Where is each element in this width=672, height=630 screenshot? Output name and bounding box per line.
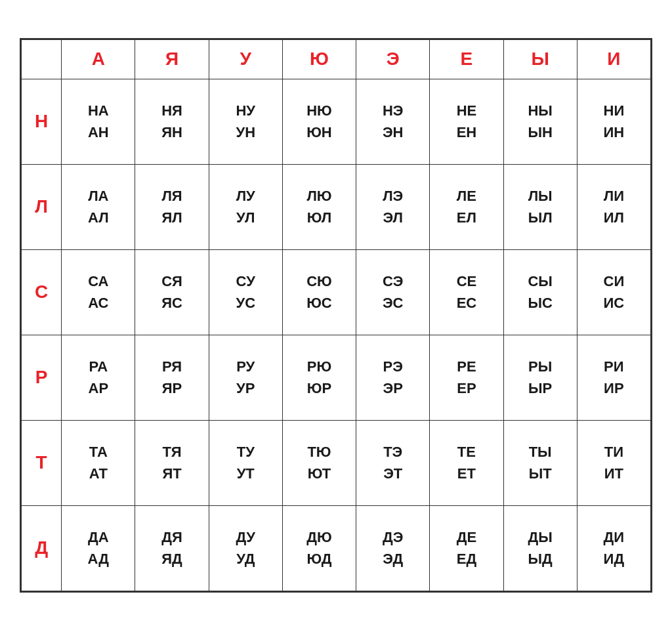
cell-5-7: ДИИД bbox=[577, 505, 650, 591]
cell-5-3: ДЮЮД bbox=[282, 505, 356, 591]
cell-4-5: ТЕЕТ bbox=[430, 420, 503, 505]
cell-0-4: НЭЭН bbox=[356, 79, 430, 164]
cell-4-2: ТУУТ bbox=[209, 420, 282, 505]
cell-5-0: ДААД bbox=[62, 505, 135, 591]
cell-4-3: ТЮЮТ bbox=[282, 420, 356, 505]
cell-3-7: РИИР bbox=[577, 335, 650, 420]
table-row-2: ССААССЯЯССУУССЮЮССЭЭССЕЕССЫЫССИИС bbox=[22, 249, 651, 335]
cell-3-2: РУУР bbox=[209, 335, 282, 420]
header-cell-4: Э bbox=[356, 39, 430, 79]
row-header-3: Р bbox=[22, 335, 62, 420]
header-cell-2: У bbox=[209, 39, 282, 79]
cell-1-3: ЛЮЮЛ bbox=[282, 164, 356, 249]
cell-3-6: РЫЫР bbox=[503, 335, 577, 420]
syllable-table: АЯУЮЭЕЫИ ННААННЯЯННУУННЮЮННЭЭННЕЕННЫЫННИ… bbox=[21, 39, 651, 591]
cell-3-3: РЮЮР bbox=[282, 335, 356, 420]
main-table-container: АЯУЮЭЕЫИ ННААННЯЯННУУННЮЮННЭЭННЕЕННЫЫННИ… bbox=[20, 38, 652, 593]
cell-2-3: СЮЮС bbox=[282, 249, 356, 335]
cell-1-4: ЛЭЭЛ bbox=[356, 164, 430, 249]
corner-cell bbox=[22, 39, 62, 79]
cell-0-7: НИИН bbox=[577, 79, 650, 164]
cell-0-0: НААН bbox=[62, 79, 135, 164]
row-header-0: Н bbox=[22, 79, 62, 164]
cell-1-7: ЛИИЛ bbox=[577, 164, 650, 249]
cell-3-5: РЕЕР bbox=[430, 335, 503, 420]
cell-0-3: НЮЮН bbox=[282, 79, 356, 164]
header-cell-0: А bbox=[62, 39, 135, 79]
table-row-3: РРААРРЯЯРРУУРРЮЮРРЭЭРРЕЕРРЫЫРРИИР bbox=[22, 335, 651, 420]
cell-2-5: СЕЕС bbox=[430, 249, 503, 335]
cell-5-5: ДЕЕД bbox=[430, 505, 503, 591]
cell-4-0: ТААТ bbox=[62, 420, 135, 505]
row-header-4: Т bbox=[22, 420, 62, 505]
cell-2-2: СУУС bbox=[209, 249, 282, 335]
header-cell-6: Ы bbox=[503, 39, 577, 79]
cell-5-1: ДЯЯД bbox=[135, 505, 209, 591]
header-cell-7: И bbox=[577, 39, 650, 79]
cell-2-6: СЫЫС bbox=[503, 249, 577, 335]
header-cell-3: Ю bbox=[282, 39, 356, 79]
cell-3-0: РААР bbox=[62, 335, 135, 420]
cell-5-4: ДЭЭД bbox=[356, 505, 430, 591]
cell-3-1: РЯЯР bbox=[135, 335, 209, 420]
cell-0-2: НУУН bbox=[209, 79, 282, 164]
row-header-5: Д bbox=[22, 505, 62, 591]
table-row-0: ННААННЯЯННУУННЮЮННЭЭННЕЕННЫЫННИИН bbox=[22, 79, 651, 164]
cell-1-5: ЛЕЕЛ bbox=[430, 164, 503, 249]
cell-0-1: НЯЯН bbox=[135, 79, 209, 164]
cell-4-4: ТЭЭТ bbox=[356, 420, 430, 505]
cell-1-6: ЛЫЫЛ bbox=[503, 164, 577, 249]
cell-2-7: СИИС bbox=[577, 249, 650, 335]
cell-5-6: ДЫЫД bbox=[503, 505, 577, 591]
cell-2-4: СЭЭС bbox=[356, 249, 430, 335]
row-header-1: Л bbox=[22, 164, 62, 249]
cell-0-5: НЕЕН bbox=[430, 79, 503, 164]
table-row-1: ЛЛААЛЛЯЯЛЛУУЛЛЮЮЛЛЭЭЛЛЕЕЛЛЫЫЛЛИИЛ bbox=[22, 164, 651, 249]
cell-1-1: ЛЯЯЛ bbox=[135, 164, 209, 249]
header-cell-5: Е bbox=[430, 39, 503, 79]
table-row-4: ТТААТТЯЯТТУУТТЮЮТТЭЭТТЕЕТТЫЫТТИИТ bbox=[22, 420, 651, 505]
cell-4-6: ТЫЫТ bbox=[503, 420, 577, 505]
cell-3-4: РЭЭР bbox=[356, 335, 430, 420]
cell-0-6: НЫЫН bbox=[503, 79, 577, 164]
cell-4-7: ТИИТ bbox=[577, 420, 650, 505]
cell-1-2: ЛУУЛ bbox=[209, 164, 282, 249]
header-cell-1: Я bbox=[135, 39, 209, 79]
row-header-2: С bbox=[22, 249, 62, 335]
table-row-5: ДДААДДЯЯДДУУДДЮЮДДЭЭДДЕЕДДЫЫДДИИД bbox=[22, 505, 651, 591]
cell-4-1: ТЯЯТ bbox=[135, 420, 209, 505]
cell-2-0: СААС bbox=[62, 249, 135, 335]
cell-1-0: ЛААЛ bbox=[62, 164, 135, 249]
cell-2-1: СЯЯС bbox=[135, 249, 209, 335]
cell-5-2: ДУУД bbox=[209, 505, 282, 591]
